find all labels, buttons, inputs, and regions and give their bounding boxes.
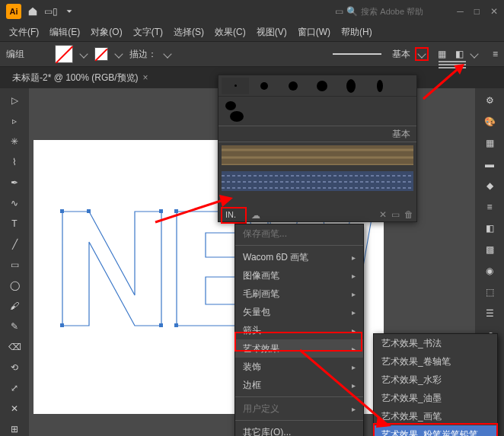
scale-tool[interactable]: ⤢ xyxy=(7,380,22,395)
rotate-tool[interactable]: ⟲ xyxy=(7,360,22,374)
svg-rect-1 xyxy=(60,323,64,327)
pen-tool[interactable]: ✒ xyxy=(7,175,22,189)
menu-arrows[interactable]: 箭头▸ xyxy=(235,321,363,339)
menu-select[interactable]: 选择(S) xyxy=(169,24,209,40)
menu-borders[interactable]: 边框▸ xyxy=(235,376,363,394)
brush-item[interactable] xyxy=(250,78,278,94)
color-panel-icon[interactable]: 🎨 xyxy=(482,114,497,129)
artistic-submenu: 艺术效果_书法 艺术效果_卷轴笔 艺术效果_水彩 艺术效果_油墨 艺术效果_画笔… xyxy=(373,333,498,436)
layout-icon[interactable]: ▭ xyxy=(335,6,343,17)
style-dropdown-icon[interactable] xyxy=(470,49,478,58)
brush-item[interactable] xyxy=(337,78,365,94)
appearance-panel-icon[interactable]: ◉ xyxy=(482,263,497,278)
brush-item[interactable] xyxy=(219,97,416,126)
svg-point-13 xyxy=(230,111,244,122)
menu-help[interactable]: 帮助(H) xyxy=(337,24,377,40)
brush-preview[interactable] xyxy=(327,48,388,60)
fill-swatch[interactable] xyxy=(55,45,73,63)
brushes-panel-icon[interactable]: ▬ xyxy=(482,157,497,172)
fill-dropdown-icon[interactable] xyxy=(79,49,88,58)
ellipse-tool[interactable]: ◯ xyxy=(7,278,22,292)
magic-wand-tool[interactable]: ✳ xyxy=(7,134,22,148)
brush-options-icon[interactable]: ▭ xyxy=(391,209,400,220)
line-tool[interactable]: ╱ xyxy=(7,237,22,251)
stroke-panel-icon[interactable]: ≡ xyxy=(482,199,497,215)
menu-artistic[interactable]: 艺术效果▸ xyxy=(235,339,363,358)
stroke-swatch[interactable] xyxy=(94,47,108,61)
eraser-tool[interactable]: ⌫ xyxy=(7,339,22,354)
lasso-tool[interactable]: ⌇ xyxy=(7,154,22,169)
arrange-icon[interactable]: ▭▯ xyxy=(44,6,58,17)
menu-file[interactable]: 文件(F) xyxy=(5,24,43,40)
menu-object[interactable]: 对象(O) xyxy=(86,24,126,40)
home-icon[interactable] xyxy=(27,6,38,17)
symbols-panel-icon[interactable]: ◆ xyxy=(482,178,497,193)
menu-type[interactable]: 文字(T) xyxy=(129,24,167,40)
type-tool[interactable]: T xyxy=(7,216,22,231)
brush-new-icon[interactable]: ✕ xyxy=(379,209,387,220)
menu-other-library[interactable]: 其它库(O)... xyxy=(235,423,363,436)
svg-rect-3 xyxy=(159,209,163,213)
brush-item[interactable] xyxy=(366,78,394,94)
width-tool[interactable]: ✕ xyxy=(7,401,22,415)
pencil-tool[interactable]: ✎ xyxy=(7,319,22,333)
submenu-scroll-pen[interactable]: 艺术效果_卷轴笔 xyxy=(374,352,497,371)
svg-point-12 xyxy=(225,101,236,110)
brush-item[interactable] xyxy=(222,78,249,94)
brush-pattern-2[interactable] xyxy=(219,168,416,194)
opacity-icon[interactable]: ▦ xyxy=(438,49,446,59)
menu-view[interactable]: 视图(V) xyxy=(252,24,292,40)
menu-image-brush[interactable]: 图像画笔▸ xyxy=(235,266,363,285)
rectangle-tool[interactable]: ▭ xyxy=(7,257,22,272)
menu-vector-pack[interactable]: 矢量包▸ xyxy=(235,303,363,321)
selection-tool[interactable]: ▷ xyxy=(7,93,22,107)
brush-lib-icon[interactable]: ☁ xyxy=(251,210,260,221)
search-icon[interactable]: 🔍 xyxy=(346,6,358,17)
curvature-tool[interactable]: ∿ xyxy=(7,196,22,210)
menu-bristle-brush[interactable]: 毛刷画笔▸ xyxy=(235,285,363,303)
brush-item[interactable] xyxy=(279,78,307,94)
menu-decorative[interactable]: 装饰▸ xyxy=(235,358,363,376)
brush-basic-row[interactable]: 基本 xyxy=(219,126,416,142)
close-tab-icon[interactable]: × xyxy=(143,72,148,83)
document-tab[interactable]: 未标题-2* @ 100% (RGB/预览) × xyxy=(6,67,155,88)
gradient-panel-icon[interactable]: ◧ xyxy=(482,221,497,236)
submenu-chalk-charcoal-pencil[interactable]: 艺术效果_粉笔炭笔铅笔 xyxy=(374,425,497,436)
close-button[interactable]: ✕ xyxy=(490,6,498,17)
properties-icon[interactable]: ⚙ xyxy=(482,93,497,108)
tools-panel: ▷ ▹ ✳ ⌇ ✒ ∿ T ╱ ▭ ◯ 🖌 ✎ ⌫ ⟲ ⤢ ✕ ⊞ xyxy=(0,88,29,436)
direct-selection-tool[interactable]: ▹ xyxy=(7,113,22,128)
submenu-ink[interactable]: 艺术效果_油墨 xyxy=(374,389,497,407)
stroke-dropdown-icon[interactable] xyxy=(114,49,123,58)
minimize-button[interactable]: ─ xyxy=(457,6,464,17)
align-icon[interactable]: ≡ xyxy=(493,49,498,59)
svg-rect-2 xyxy=(87,209,91,213)
search-input[interactable] xyxy=(361,7,445,16)
submenu-paintbrush[interactable]: 艺术效果_画笔 xyxy=(374,407,497,425)
free-transform-tool[interactable]: ⊞ xyxy=(7,422,22,436)
brush-pattern-1[interactable] xyxy=(219,142,416,168)
svg-rect-0 xyxy=(60,209,64,213)
stroke-weight-dropdown-icon[interactable] xyxy=(163,49,171,58)
menu-effect[interactable]: 效果(C) xyxy=(210,24,250,40)
menu-edit[interactable]: 编辑(E) xyxy=(45,24,85,40)
paintbrush-tool[interactable]: 🖌 xyxy=(7,298,22,313)
transparency-panel-icon[interactable]: ▩ xyxy=(482,242,497,257)
menu-wacom[interactable]: Wacom 6D 画笔▸ xyxy=(235,248,363,266)
brush-panel: 基本 ✕ ▭ 🗑 xyxy=(218,75,417,222)
graphic-styles-icon[interactable]: ⬚ xyxy=(482,285,497,300)
swatches-panel-icon[interactable]: ▦ xyxy=(482,135,497,151)
brush-item[interactable] xyxy=(308,78,336,94)
style-icon[interactable]: ◧ xyxy=(455,49,464,59)
chevron-down-icon[interactable] xyxy=(64,6,75,17)
brush-dropdown-button[interactable] xyxy=(415,47,429,61)
tab-title: 未标题-2* @ 100% (RGB/预览) xyxy=(12,72,139,84)
submenu-watercolor[interactable]: 艺术效果_水彩 xyxy=(374,371,497,389)
maximize-button[interactable]: □ xyxy=(474,6,480,17)
layers-panel-icon[interactable]: ☰ xyxy=(482,306,497,321)
brush-delete-icon[interactable]: 🗑 xyxy=(404,209,413,220)
submenu-calligraphic[interactable]: 艺术效果_书法 xyxy=(374,334,497,352)
menu-window[interactable]: 窗口(W) xyxy=(293,24,335,40)
svg-rect-4 xyxy=(159,323,163,327)
panel-lines-icon xyxy=(439,61,466,68)
